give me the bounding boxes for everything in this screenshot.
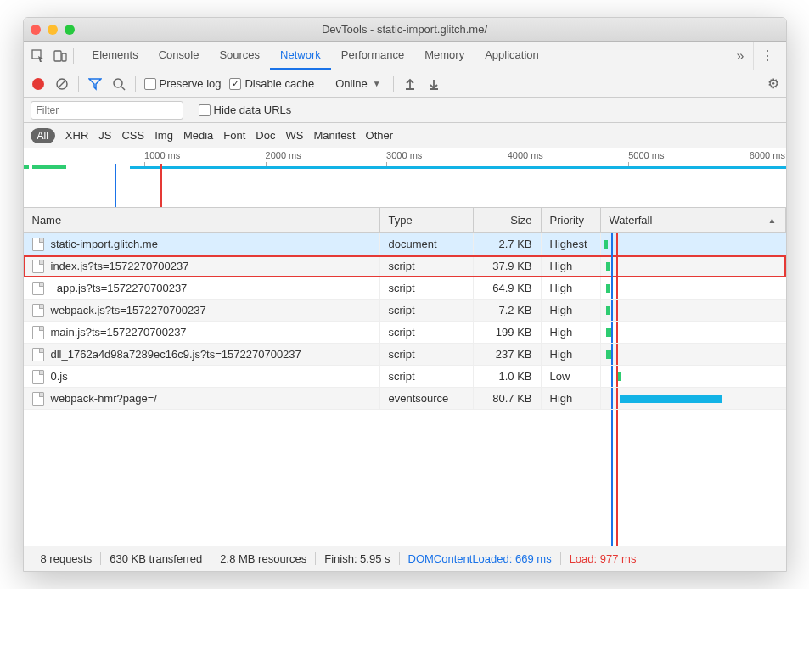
export-har-icon[interactable] xyxy=(426,76,441,92)
cell-size: 37.9 KB xyxy=(474,255,542,277)
type-filter-media[interactable]: Media xyxy=(183,129,213,142)
throttling-select[interactable]: Online ▼ xyxy=(332,77,384,90)
waterfall-vline xyxy=(611,233,613,255)
type-filter-font[interactable]: Font xyxy=(223,129,245,142)
divider xyxy=(78,76,79,92)
column-size[interactable]: Size xyxy=(474,208,542,232)
cell-size: 199 KB xyxy=(474,322,542,343)
svg-point-5 xyxy=(114,79,122,87)
tab-network[interactable]: Network xyxy=(270,42,331,70)
divider xyxy=(135,76,136,92)
timeline-overview[interactable]: 1000 ms2000 ms3000 ms4000 ms5000 ms6000 … xyxy=(24,148,786,208)
request-row[interactable]: _app.js?ts=1572270700237script64.9 KBHig… xyxy=(24,277,786,300)
waterfall-vline xyxy=(611,277,613,299)
disable-cache-label: Disable cache xyxy=(244,77,314,90)
waterfall-vline xyxy=(616,322,618,343)
hide-data-urls-checkbox[interactable]: Hide data URLs xyxy=(199,104,292,116)
device-toolbar-icon[interactable] xyxy=(51,47,70,65)
cell-size: 80.7 KB xyxy=(474,388,542,409)
cell-name: main.js?ts=1572270700237 xyxy=(24,322,380,343)
cell-type: script xyxy=(380,255,474,277)
status-load: Load: 977 ms xyxy=(561,552,645,565)
search-icon[interactable] xyxy=(111,76,126,92)
file-icon xyxy=(32,370,44,384)
column-name[interactable]: Name xyxy=(24,208,380,232)
preserve-log-label: Preserve log xyxy=(160,77,222,90)
cell-size: 237 KB xyxy=(474,344,542,365)
cell-waterfall xyxy=(601,233,786,255)
clear-button[interactable] xyxy=(54,76,70,92)
cell-name: 0.js xyxy=(24,366,380,387)
cell-waterfall xyxy=(601,344,786,365)
column-waterfall[interactable]: Waterfall▲ xyxy=(601,208,786,232)
tab-sources[interactable]: Sources xyxy=(209,42,270,70)
timeline-tick: 5000 ms xyxy=(628,150,664,160)
waterfall-vline xyxy=(611,322,613,343)
timeline-tick: 3000 ms xyxy=(386,150,422,160)
cell-type: script xyxy=(380,322,474,343)
tab-memory[interactable]: Memory xyxy=(414,42,475,70)
request-table: static-import.glitch.medocument2.7 KBHig… xyxy=(24,233,786,410)
type-filter-doc[interactable]: Doc xyxy=(256,129,275,142)
type-filter-js[interactable]: JS xyxy=(98,129,111,142)
type-filter-css[interactable]: CSS xyxy=(121,129,144,142)
tab-elements[interactable]: Elements xyxy=(82,42,149,70)
cell-priority: Low xyxy=(542,366,601,387)
filter-icon[interactable] xyxy=(87,76,103,92)
waterfall-vline xyxy=(611,410,613,546)
tab-performance[interactable]: Performance xyxy=(331,42,414,70)
request-row[interactable]: webpack.js?ts=1572270700237script7.2 KBH… xyxy=(24,300,786,322)
request-row[interactable]: 0.jsscript1.0 KBLow xyxy=(24,366,786,388)
tab-application[interactable]: Application xyxy=(475,42,549,70)
timeline-tick: 6000 ms xyxy=(750,150,785,160)
file-icon xyxy=(32,260,44,273)
cell-priority: High xyxy=(542,388,601,409)
disable-cache-checkbox[interactable]: Disable cache xyxy=(229,77,314,90)
cell-size: 1.0 KB xyxy=(474,366,542,387)
inspect-element-icon[interactable] xyxy=(29,47,48,65)
more-tabs-icon[interactable]: » xyxy=(728,43,753,69)
cell-waterfall xyxy=(601,277,786,299)
request-row[interactable]: main.js?ts=1572270700237script199 KBHigh xyxy=(24,322,786,344)
column-type[interactable]: Type xyxy=(380,208,474,232)
waterfall-vline xyxy=(616,388,618,409)
timeline-tick: 1000 ms xyxy=(144,150,180,160)
type-filter-all[interactable]: All xyxy=(31,128,55,143)
type-filter-ws[interactable]: WS xyxy=(285,129,303,142)
record-button[interactable] xyxy=(31,76,46,92)
cell-type: script xyxy=(380,300,474,321)
timeline-vline xyxy=(115,164,116,207)
svg-line-6 xyxy=(121,87,125,90)
file-icon xyxy=(32,392,44,406)
column-priority[interactable]: Priority xyxy=(542,208,601,232)
file-icon xyxy=(32,238,44,251)
type-filter-other[interactable]: Other xyxy=(366,129,394,142)
request-row[interactable]: static-import.glitch.medocument2.7 KBHig… xyxy=(24,233,786,255)
import-har-icon[interactable] xyxy=(402,76,418,92)
tab-console[interactable]: Console xyxy=(149,42,210,70)
cell-name: dll_1762a4d98a7289ec16c9.js?ts=157227070… xyxy=(24,344,380,365)
request-row[interactable]: webpack-hmr?page=/eventsource80.7 KBHigh xyxy=(24,388,786,410)
status-finish: Finish: 5.95 s xyxy=(316,552,399,565)
kebab-menu-icon[interactable]: ⋮ xyxy=(753,42,781,70)
waterfall-vline xyxy=(611,388,613,409)
request-row[interactable]: index.js?ts=1572270700237script37.9 KBHi… xyxy=(24,255,786,277)
cell-waterfall xyxy=(601,300,786,321)
network-toolbar: Preserve log Disable cache Online ▼ ⚙ xyxy=(24,70,786,98)
preserve-log-checkbox[interactable]: Preserve log xyxy=(144,77,222,90)
filter-bar: Hide data URLs xyxy=(24,98,786,123)
type-filter-manifest[interactable]: Manifest xyxy=(313,129,355,142)
cell-name: webpack-hmr?page=/ xyxy=(24,388,380,409)
type-filter-xhr[interactable]: XHR xyxy=(65,129,88,142)
request-row[interactable]: dll_1762a4d98a7289ec16c9.js?ts=157227070… xyxy=(24,344,786,366)
timeline-tick: 2000 ms xyxy=(266,150,301,160)
waterfall-vline xyxy=(616,255,618,277)
status-requests: 8 requests xyxy=(32,552,102,565)
settings-gear-icon[interactable]: ⚙ xyxy=(767,76,779,92)
sort-triangle-icon: ▲ xyxy=(768,216,777,225)
filter-input[interactable] xyxy=(31,101,183,120)
waterfall-vline xyxy=(616,277,618,299)
status-bar: 8 requests 630 KB transferred 2.8 MB res… xyxy=(24,546,786,571)
waterfall-vline xyxy=(616,233,618,255)
type-filter-img[interactable]: Img xyxy=(154,129,173,142)
